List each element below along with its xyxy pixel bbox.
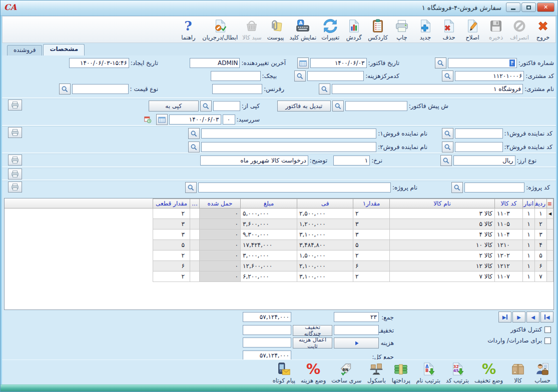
checkbox-icon[interactable] xyxy=(544,326,551,333)
nav-next-button[interactable]: ▶ xyxy=(512,312,525,322)
toolbar-item-keyboard[interactable]: Aنمایش کلید xyxy=(288,18,319,42)
grid-column-header[interactable]: حمل شده xyxy=(200,199,241,208)
invoice-date-calendar-button[interactable] xyxy=(297,58,309,68)
customer-name-lookup-button[interactable] xyxy=(319,84,330,94)
export-import-option[interactable]: برای صادرات/ واردات xyxy=(487,337,551,344)
row-selector-cell[interactable] xyxy=(547,230,553,240)
grid-column-header[interactable]: ردیف xyxy=(535,199,547,208)
grid-column-header[interactable]: انبار xyxy=(523,199,535,208)
project-name-lookup-button[interactable] xyxy=(185,182,197,193)
cell-shipped[interactable]: ۰ xyxy=(200,230,241,240)
toolbar-item-print[interactable]: چاپ xyxy=(390,18,413,42)
toolbar-item-sort-by-name[interactable]: ABبترتیب نام xyxy=(414,361,442,384)
reference-input[interactable] xyxy=(212,84,262,94)
print-reps-row-button[interactable] xyxy=(8,127,22,138)
cell-amount[interactable]: ۹,۳۰۰,۰۰۰ xyxy=(241,230,297,240)
cost-center-lookup-button[interactable] xyxy=(294,70,306,82)
cell-name[interactable]: کالا ۱۰ xyxy=(390,240,495,250)
grid-column-header[interactable]: ... xyxy=(190,199,200,208)
project-code-input[interactable] xyxy=(464,182,524,192)
toolbar-item-kardex[interactable]: کاردکس xyxy=(366,18,390,42)
charges-expand-button[interactable] xyxy=(334,338,379,348)
due-date-calendar-button[interactable] xyxy=(156,114,168,125)
cell-amount[interactable]: ۳,۶۰۰,۰۰۰ xyxy=(241,219,297,230)
project-code-lookup-button[interactable] xyxy=(451,182,463,193)
proforma-lookup-button[interactable] xyxy=(332,100,344,112)
invoice-discount-input[interactable] xyxy=(334,325,379,335)
table-row[interactable]: ۳۱۱۱۰۴کالا ۴۳۳,۱۰۰,۰۰۰۹,۳۰۰,۰۰۰۰۳ xyxy=(5,230,553,240)
bijak-input[interactable] xyxy=(211,71,261,81)
cell-qty[interactable]: ۳ xyxy=(353,230,390,240)
toolbar-item-new[interactable]: جدید xyxy=(414,18,437,42)
nav-first-button[interactable]: ◀ xyxy=(540,312,553,322)
cell-fee[interactable]: ۳,۱۰۰,۰۰۰ xyxy=(297,230,353,240)
copy-to-button[interactable]: کپی به xyxy=(149,100,199,112)
cell-final[interactable]: ۲ xyxy=(153,250,190,261)
charges-amount-input[interactable] xyxy=(243,338,291,348)
cell-anbar[interactable]: ۱ xyxy=(523,240,535,250)
grid-column-header[interactable]: فی xyxy=(297,199,353,208)
toolbar-item-attachment[interactable]: پیوست xyxy=(264,18,287,42)
grid-column-header[interactable]: مقدار قطعی xyxy=(153,199,190,208)
nav-previous-button[interactable]: ◀ xyxy=(526,312,539,322)
toolbar-item-delete[interactable]: حذف xyxy=(437,18,460,42)
control-invoice-option[interactable]: کنترل فاکتور xyxy=(510,326,551,333)
cell-dots[interactable] xyxy=(190,208,200,219)
cell-name[interactable]: کالا ۷ xyxy=(390,272,495,282)
currency-type-input[interactable]: ریال xyxy=(453,156,515,166)
invoice-no-input[interactable]: ۴ xyxy=(448,58,517,68)
cell-qty[interactable]: ۲ xyxy=(353,250,390,261)
rep1-name-lookup-button[interactable] xyxy=(188,128,200,139)
cell-name[interactable]: کالا ۳ xyxy=(390,208,495,219)
cell-final[interactable]: ۵ xyxy=(153,240,190,250)
cell-final[interactable]: ۲ xyxy=(153,272,190,282)
grid-column-header[interactable]: مقدار۱ xyxy=(353,199,390,208)
cell-amount[interactable]: ۱۲,۶۰۰,۰۰۰ xyxy=(241,261,297,272)
cell-code[interactable]: ۱۱۰۴ xyxy=(495,230,523,240)
cell-shipped[interactable]: ۰ xyxy=(200,250,241,261)
cell-shipped[interactable]: ۰ xyxy=(200,208,241,219)
convert-to-invoice-button[interactable]: تبدیل به فاکتور xyxy=(277,100,331,112)
cell-radif[interactable]: ۳ xyxy=(535,230,547,240)
rep2-code-input[interactable] xyxy=(455,142,503,152)
multi-discount-button[interactable]: تخفیف چندگانه xyxy=(293,325,332,336)
cell-amount[interactable]: ۱۷,۴۲۴,۰۰۰ xyxy=(241,240,297,250)
table-row[interactable]: ۵۱۱۲۰۲کالا ۲۲۱,۵۰۰,۰۰۰۳,۰۰۰,۰۰۰۰۲ xyxy=(5,250,553,261)
cell-fee[interactable]: ۱,۲۰۰,۰۰۰ xyxy=(297,219,353,230)
cell-radif[interactable]: ۲ xyxy=(535,219,547,230)
toolbar-item-changes[interactable]: تغییرات xyxy=(319,18,342,42)
copy-from-lookup-button[interactable] xyxy=(200,100,212,112)
price-type-input[interactable] xyxy=(72,84,129,94)
cell-name[interactable]: کالا ۴ xyxy=(390,230,495,240)
rep1-code-lookup-button[interactable] xyxy=(442,128,453,139)
cell-code[interactable]: ۱۲۰۲ xyxy=(495,250,523,261)
apply-fixed-charge-button[interactable]: اعمال هزینه ثابت xyxy=(293,338,332,348)
cell-name[interactable]: کالا ۱۲ xyxy=(390,261,495,272)
cell-dots[interactable] xyxy=(190,219,200,230)
row-selector-cell[interactable] xyxy=(547,261,553,272)
cell-anbar[interactable]: ۱ xyxy=(523,230,535,240)
maximize-button[interactable] xyxy=(521,2,536,12)
nav-last-button[interactable]: ▶ xyxy=(498,312,511,322)
customer-lookup-button[interactable] xyxy=(442,70,453,82)
cell-final[interactable]: ۳ xyxy=(153,230,190,240)
cell-fee[interactable]: ۳,۴۸۴,۸۰۰ xyxy=(297,240,353,250)
toolbar-item-void[interactable]: ابطال/درجریان xyxy=(200,18,240,42)
toolbar-item-account[interactable]: حساب xyxy=(531,361,554,384)
minimize-button[interactable] xyxy=(506,2,520,12)
table-row[interactable]: ۶۱۱۲۱۲کالا ۱۲۶۲,۱۰۰,۰۰۰۱۲,۶۰۰,۰۰۰۰۶ xyxy=(5,261,553,272)
cell-radif[interactable]: ۴ xyxy=(535,240,547,250)
cell-anbar[interactable]: ۱ xyxy=(523,272,535,282)
toolbar-item-payments[interactable]: پرداختها xyxy=(389,361,412,384)
cell-dots[interactable] xyxy=(190,230,200,240)
cell-fee[interactable]: ۲,۱۰۰,۰۰۰ xyxy=(297,261,353,272)
cell-anbar[interactable]: ۱ xyxy=(523,261,535,272)
cell-anbar[interactable]: ۱ xyxy=(523,219,535,230)
items-table[interactable]: ≡ردیفانبارکد کالانام کالامقدار۱فیمبلغحمل… xyxy=(5,198,553,282)
row-selector-cell[interactable] xyxy=(547,219,553,230)
project-name-input[interactable] xyxy=(198,182,391,192)
toolbar-item-turnover[interactable]: گردش xyxy=(342,18,365,42)
grid-column-header[interactable]: نام کالا xyxy=(390,199,495,208)
table-row[interactable]: ۷۱۱۱۰۷کالا ۷۲۳,۱۰۰,۰۰۰۶,۲۰۰,۰۰۰۰۲ xyxy=(5,272,553,282)
cell-anbar[interactable]: ۱ xyxy=(523,250,535,261)
